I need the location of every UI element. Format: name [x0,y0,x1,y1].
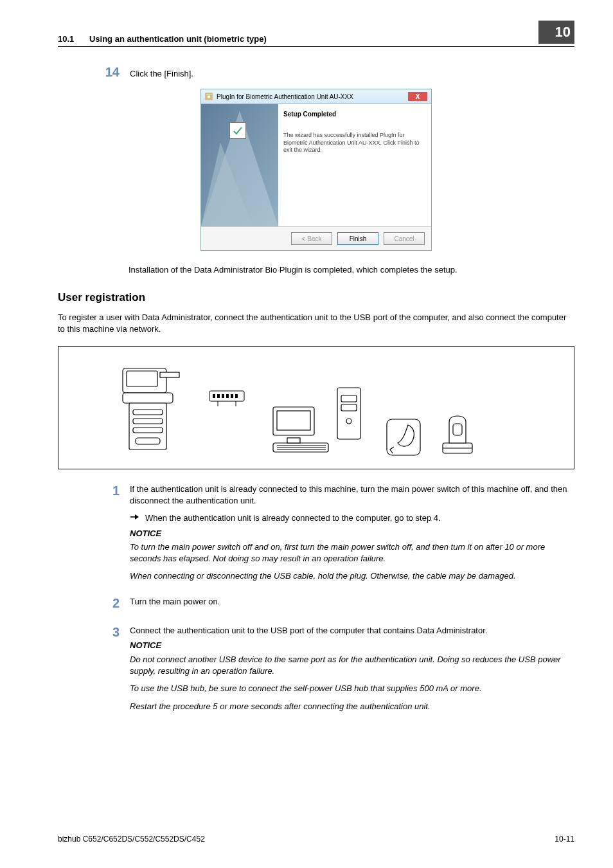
finish-button[interactable]: Finish [337,232,378,245]
checkmark-icon [229,122,246,139]
svg-rect-17 [222,394,224,398]
step-3: 3 Connect the authentication unit to the… [99,625,574,712]
dialog-content: Setup Completed The wizard has successfu… [278,104,431,226]
section-title: Using an authentication unit (biometric … [89,34,267,44]
step-14: 14 Click the [Finish]. [99,65,574,80]
svg-rect-1 [207,95,211,98]
svg-rect-10 [133,410,163,415]
section-number: 10.1 [58,34,74,44]
notice-heading: NOTICE [130,528,574,539]
svg-rect-12 [133,428,163,433]
page-header: 10.1 Using an authentication unit (biome… [58,24,574,47]
sub-text: When the authentication unit is already … [145,512,441,524]
page-footer: bizhub C652/C652DS/C552/C552DS/C452 10-1… [58,835,574,844]
svg-rect-6 [127,371,157,386]
notice-text: Do not connect another USB device to the… [130,654,574,676]
step-number: 14 [99,65,120,80]
svg-rect-11 [133,419,163,424]
svg-rect-19 [231,394,233,398]
svg-rect-28 [277,411,310,430]
setup-heading: Setup Completed [283,111,420,118]
chapter-number: 10 [555,24,571,41]
notice-text: To use the USB hub, be sure to connect t… [130,683,574,694]
dialog-body: Setup Completed The wizard has successfu… [201,104,431,226]
dialog-sidebar-image [201,104,278,226]
connection-diagram [58,346,574,469]
step-number: 1 [99,484,120,582]
chapter-number-box: 10 [538,21,574,44]
notice-text: When connecting or disconnecting the USB… [130,570,574,582]
back-button: < Back [291,232,332,245]
dialog-titlebar: PlugIn for Biometric Authentication Unit… [201,89,431,104]
dialog-title: PlugIn for Biometric Authentication Unit… [217,93,404,100]
finish-label: Finish [350,235,367,242]
svg-rect-20 [235,394,238,398]
mfp-icon [119,366,190,456]
svg-rect-18 [226,394,229,398]
step-1: 1 If the authentication unit is already … [99,484,574,582]
svg-rect-36 [453,424,462,435]
model-line: bizhub C652/C652DS/C552/C552DS/C452 [58,835,205,844]
svg-rect-24 [341,395,357,402]
dialog-footer: < Back Finish Cancel [201,226,431,250]
svg-rect-13 [136,438,160,444]
step-number: 3 [99,625,120,712]
installer-icon [205,93,213,100]
biometric-reader-icon [440,413,475,456]
svg-rect-8 [123,393,173,403]
svg-rect-25 [341,404,357,411]
cancel-button: Cancel [384,232,425,245]
step-number: 2 [99,596,120,611]
close-icon: X [416,93,420,100]
page-number: 10-11 [555,835,574,844]
setup-body: The wizard has successfully installed Pl… [283,132,420,154]
usb-device-icon [386,419,421,456]
step-text: Turn the main power on. [130,596,574,608]
notice-text: To turn the main power switch off and on… [130,541,574,564]
svg-rect-7 [160,372,179,377]
step-sub: When the authentication unit is already … [130,512,574,524]
section-heading: 10.1 Using an authentication unit (biome… [58,34,267,44]
svg-point-26 [346,419,351,424]
user-registration-heading: User registration [58,291,574,304]
network-hub-icon [209,390,245,407]
step-text: If the authentication unit is already co… [130,484,574,506]
arrow-icon [130,512,139,521]
intro-paragraph: To register a user with Data Administrat… [58,312,574,334]
svg-rect-16 [217,394,220,398]
notice-heading: NOTICE [130,640,574,651]
step-text: Click the [Finish]. [130,69,193,78]
installer-dialog: PlugIn for Biometric Authentication Unit… [200,89,432,251]
computer-icon [264,385,367,456]
completion-caption: Installation of the Data Administrator B… [129,265,574,275]
svg-rect-15 [213,394,215,398]
notice-text: Restart the procedure 5 or more seconds … [130,701,574,712]
step-text: Connect the authentication unit to the U… [130,625,574,637]
step-2: 2 Turn the main power on. [99,596,574,611]
back-label: < Back [302,235,322,242]
cancel-label: Cancel [394,235,414,242]
close-button[interactable]: X [408,92,427,101]
svg-rect-30 [287,438,300,443]
svg-marker-39 [135,514,139,520]
